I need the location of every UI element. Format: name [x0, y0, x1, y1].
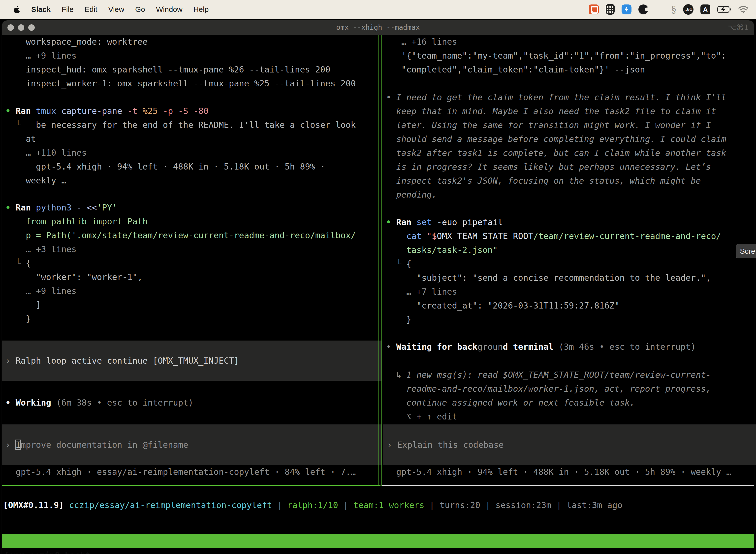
blue-bolt-icon[interactable]: [622, 4, 631, 15]
text-segment: continue assigned work or next feasible …: [381, 398, 635, 407]
text-segment: session:23m: [496, 500, 551, 510]
text-segment: d terminal: [503, 342, 559, 352]
count-badge-icon[interactable]: ..61: [683, 4, 693, 15]
ran-tmux-capture-block: • Ran tmux capture-pane -t %25 -p -S -80…: [5, 104, 356, 187]
text-segment: p = Path('.omx/state/team/review-current…: [5, 230, 356, 240]
left-pane-bottom-border: [2, 485, 380, 486]
menu-item-go[interactable]: Go: [135, 5, 145, 14]
pac-circle-icon[interactable]: [638, 4, 648, 15]
text-segment: -t: [127, 106, 142, 116]
text-segment: |: [424, 500, 440, 510]
text-segment: later. Using the same for transition mig…: [381, 120, 711, 130]
text-segment: "worker": "worker-1",: [5, 272, 143, 282]
terminal-line: • I need to get the claim token from the…: [381, 90, 726, 104]
text-segment: "completed","claim_token":"claim-token"}…: [381, 64, 645, 74]
text-segment: tmux: [36, 106, 61, 116]
apple-menu-icon[interactable]: [14, 6, 20, 13]
text-segment: gpt-5.4 xhigh · essay/ai-reimplementatio…: [5, 467, 356, 477]
input-source-icon[interactable]: A: [700, 4, 710, 14]
text-segment: … +16 lines: [381, 37, 457, 47]
dots-grid-icon[interactable]: [655, 4, 665, 15]
menu-app-name[interactable]: Slack: [31, 5, 51, 14]
text-segment: ›: [5, 440, 16, 450]
indent-guide-line: [17, 215, 17, 260]
text-segment: should send a message before completing …: [381, 134, 726, 144]
text-segment: [OMX#0.11.9]: [3, 500, 64, 510]
model-status-right: gpt-5.4 xhigh · 94% left · 488K in · 5.1…: [381, 465, 731, 479]
text-segment: OMX_TEAM_STATE_ROOT: [437, 231, 533, 241]
menu-item-view[interactable]: View: [108, 5, 124, 14]
claim-command-output: … +16 lines '{"team_name":"my-team","tas…: [381, 35, 726, 76]
ran-python-block: • Ran python3 - <<'PY' from pathlib impo…: [5, 201, 356, 326]
terminal-line: › Ralph loop active continue [OMX_TMUX_I…: [5, 354, 239, 368]
terminal-line: pending.: [381, 188, 726, 202]
ralph-inject-banner: › Ralph loop active continue [OMX_TMUX_I…: [2, 340, 381, 381]
terminal-line: … +7 lines: [381, 285, 721, 298]
text-segment: Working: [16, 398, 56, 407]
text-segment: Waiting for back: [396, 342, 478, 352]
text-segment: ↳: [381, 370, 406, 380]
terminal-line: "created_at": "2026-03-31T11:59:27.816Z": [381, 298, 721, 313]
menu-item-edit[interactable]: Edit: [84, 5, 98, 14]
terminal-line: gpt-5.4 xhigh · 94% left · 488K in · 5.1…: [5, 160, 356, 173]
text-segment: •: [5, 398, 16, 407]
text-segment: ralph:1/10: [287, 500, 338, 510]
text-segment: pending.: [381, 189, 437, 200]
text-segment: keep that in mind. Maybe I also need the…: [381, 106, 716, 116]
working-status: • Working (6m 38s • esc to interrupt): [5, 396, 193, 409]
text-segment: python3: [36, 203, 77, 213]
text-segment: readme-and-reco/mailbox/worker-1.json, a…: [381, 384, 711, 394]
text-segment: gpt-5.4 xhigh · 94% left · 488K in · 5.1…: [381, 467, 731, 477]
wifi-icon[interactable]: [738, 4, 749, 15]
text-segment: … +3 lines: [5, 244, 77, 254]
terminal-line: └ be necessary for the end of the README…: [5, 118, 356, 132]
pane-divider-left-edge[interactable]: [378, 35, 379, 486]
terminal-line: should send a message before completing …: [381, 132, 726, 146]
menu-item-window[interactable]: Window: [156, 5, 183, 14]
terminal-line: weekly …: [5, 173, 356, 187]
text-segment: from pathlib import Path: [5, 216, 147, 226]
prompt-input-right[interactable]: › Explain this codebase: [383, 425, 756, 465]
prompt-input-left[interactable]: › Improve documentation in @filename: [2, 425, 381, 465]
text-segment: }: [5, 314, 31, 324]
terminal-line: • Ran tmux capture-pane -t %25 -p -S -80: [5, 104, 356, 118]
tmux-session-label: [omx-cczip0:bash*: [4, 548, 90, 554]
right-pane-bottom-border: [382, 485, 754, 486]
terminal-line: "worker": "worker-1",: [5, 270, 356, 284]
terminal-line: inspect_worker-1: omx sparkshell --tmux-…: [5, 76, 356, 90]
text-segment: ": [427, 231, 432, 241]
terminal-line: }: [381, 313, 721, 326]
text-segment: Explain this codebase: [397, 440, 504, 450]
terminal-line: '{"team_name":"my-team","task_id":"1","f…: [381, 49, 726, 63]
text-segment: groun: [478, 342, 503, 352]
menu-item-help[interactable]: Help: [193, 5, 209, 14]
window-title: omx --xhigh --madmax: [2, 20, 754, 35]
text-segment: "created_at": "2026-03-31T11:59:27.816Z": [381, 300, 620, 311]
slack-status-icon[interactable]: [589, 4, 599, 15]
terminal-line: › Explain this codebase: [387, 438, 504, 452]
text-segment: |: [480, 500, 495, 510]
text-segment: (3m 46s • esc to interrupt): [559, 342, 696, 352]
text-segment: }: [381, 315, 412, 324]
text-segment: be necessary for the end of the README. …: [36, 120, 356, 130]
text-segment: 'PY': [97, 203, 117, 213]
text-segment: … +110 lines: [5, 148, 87, 158]
grid-shield-icon[interactable]: [606, 4, 615, 15]
terminal-line: tasks/task-2.json": [381, 243, 721, 257]
text-segment: %25: [143, 106, 163, 116]
terminal-line: … +110 lines: [5, 146, 356, 160]
menu-item-file[interactable]: File: [62, 5, 73, 14]
model-status-left: gpt-5.4 xhigh · essay/ai-reimplementatio…: [5, 465, 356, 479]
terminal-line: … +3 lines: [5, 242, 356, 256]
text-segment: -S: [178, 106, 193, 116]
terminal-line: workspace_mode: worktree: [5, 35, 356, 49]
text-segment: |: [272, 500, 287, 510]
squiggle-icon[interactable]: §: [672, 4, 676, 15]
window-shortcut-hint: ⌥⌘1: [728, 20, 749, 35]
text-segment: └: [5, 258, 26, 268]
text-segment: Ralph loop active continue [OMX_TMUX_INJ…: [16, 356, 239, 366]
text-segment: set: [417, 217, 437, 227]
mailbox-message-block: ↳ 1 new msg(s): read $OMX_TEAM_STATE_ROO…: [381, 368, 711, 424]
terminal-line: … +9 lines: [5, 49, 356, 63]
battery-icon[interactable]: [717, 4, 731, 15]
